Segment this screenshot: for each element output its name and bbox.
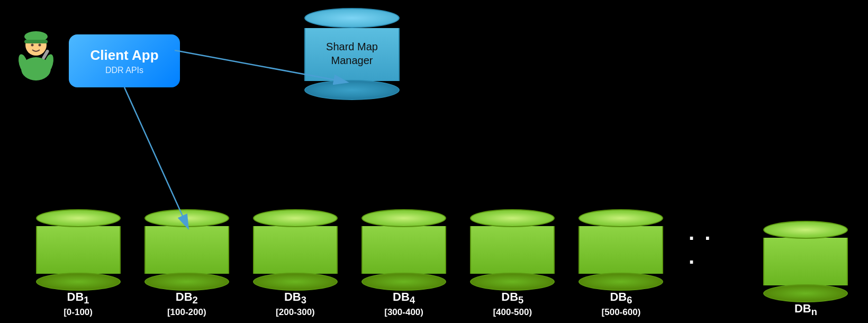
db-row: DB1 [0-100) DB2 [100-200)	[26, 209, 857, 323]
client-app-box: Client App DDR APIs	[69, 34, 180, 87]
db3-cylinder	[253, 209, 338, 286]
client-app-subtitle: DDR APIs	[105, 66, 143, 75]
db-item-6: DB6 [500-600)	[569, 209, 673, 323]
svg-point-5	[31, 44, 34, 47]
dbn-label: DBn	[794, 302, 817, 323]
db-item-1: DB1 [0-100)	[26, 209, 130, 323]
db-item-4: DB4 [300-400)	[352, 209, 456, 323]
dbn-cylinder	[763, 221, 848, 298]
dots-separator: . . .	[678, 221, 738, 268]
db-item-3: DB3 [200-300)	[243, 209, 347, 323]
db5-cylinder	[470, 209, 555, 286]
smm-cylinder-top	[304, 8, 400, 28]
svg-rect-4	[24, 40, 48, 43]
person-icon	[15, 29, 57, 82]
db1-cylinder	[36, 209, 121, 286]
db2-label: DB2 [100-200)	[167, 290, 206, 323]
db1-label: DB1 [0-100)	[64, 290, 93, 323]
smm-cylinder-bottom	[304, 80, 400, 100]
db-item-5: DB5 [400-500)	[461, 209, 564, 323]
diagram-container: Client App DDR APIs Shard Map Manager DB…	[0, 0, 868, 323]
arrow-to-db2	[124, 87, 188, 228]
db6-label: DB6 [500-600)	[602, 290, 641, 323]
shard-map-manager: Shard Map Manager	[299, 8, 405, 106]
db4-cylinder	[361, 209, 446, 286]
db-item-2: DB2 [100-200)	[135, 209, 238, 323]
smm-cylinder-body	[304, 28, 400, 81]
db3-label: DB3 [200-300)	[276, 290, 315, 323]
db5-label: DB5 [400-500)	[493, 290, 532, 323]
db6-cylinder	[578, 209, 663, 286]
client-app-title: Client App	[90, 47, 158, 64]
db-item-n: DBn	[754, 221, 857, 323]
db2-cylinder	[144, 209, 229, 286]
svg-point-6	[39, 44, 41, 47]
db4-label: DB4 [300-400)	[384, 290, 423, 323]
